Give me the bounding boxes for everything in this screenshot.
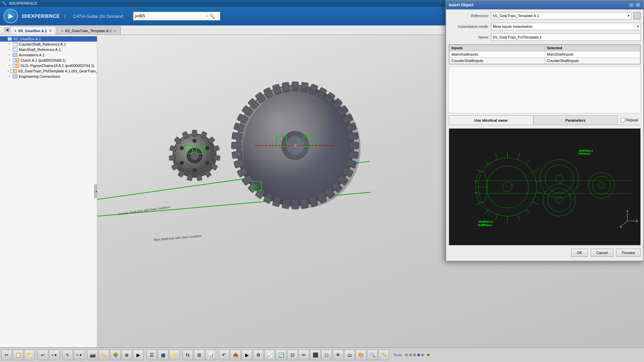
input-cell-1: CounterShaftInputs [449,58,545,64]
search-area[interactable]: ✕ 🔍 [133,12,220,20]
input-cell-0: MainShaftInputs [449,51,545,58]
tree-expand-3[interactable]: + [7,58,11,62]
name-input[interactable] [491,34,641,41]
use-identical-name-tab[interactable]: Use identical name [449,115,533,125]
preview-button[interactable]: Preview [616,249,641,257]
tree-root-item[interactable]: ▼ 6S_GearBox A.1 [0,36,97,42]
dialog-tabs-row: Use identical name Parameters Repeat [449,115,641,125]
toolbar-undo-arrow-button[interactable]: ↩▼ [49,350,60,360]
tree-expand-root[interactable]: ▼ [2,37,6,41]
dot-4[interactable] [421,354,424,356]
svg-line-85 [533,201,538,205]
annotation-main-shaft: Main Shaft Axis with Gear Locations [154,234,202,242]
toolbar-cut-button[interactable]: ✂ [1,350,12,360]
logo-area: ▶ [3,9,18,23]
toolbar-panel-button[interactable]: ▦ [158,350,168,360]
table-row[interactable]: MainShaftInputs MainShaftInputs [449,51,640,58]
tree-expand-5[interactable]: + [7,69,9,73]
toolbar-view-button[interactable]: 👁 [333,350,343,360]
toolbar-table-button[interactable]: ⊞ [194,350,205,360]
instantiation-select[interactable]: Meta inputs instantiation [491,23,641,30]
toolbar-axis-button[interactable]: ⊕ [121,350,132,360]
tree-item-0[interactable]: + CounterShaft_Reference A.1 [5,42,97,47]
toolbar-more-dots-arrow[interactable]: ▼ [426,352,431,358]
svg-text:ShaftPlane.1: ShaftPlane.1 [478,224,492,227]
toolbar-select-arrow-button[interactable]: ↖▼ [74,350,85,360]
toolbar-paste-button[interactable]: 📁 [24,350,35,360]
tree-expand-4[interactable]: + [7,64,11,68]
tree-item-2[interactable]: + Annotations A.1 [5,52,97,58]
toolbar-ruler-button[interactable]: 📏 [378,350,389,360]
toolbar-copy-button[interactable]: 📋 [13,350,23,360]
toolbar-sketch-button[interactable]: ✏ [299,350,309,360]
tree-item-4[interactable]: + GLD- PignonChaine18 A.1 (prd000003744.… [5,63,97,68]
search-icon[interactable]: 🔍 [209,13,215,19]
toolbar-zoom-button[interactable]: 🔍 [367,350,378,360]
toolbar-list-button[interactable]: ☰ [146,350,157,360]
reference-select-wrapper[interactable]: 6S_GearTrain_Template A.1 [491,12,631,19]
dot-3[interactable] [417,354,420,356]
inputs-col-header: Inputs [449,45,545,51]
dialog-close-button[interactable]: ✕ [635,3,641,7]
toolbar-report-button[interactable]: 📊 [205,350,216,360]
toolbar-more-button[interactable]: ⚙ [253,350,264,360]
tree-item-1[interactable]: + MainShaft_Reference A.1 [5,47,97,52]
tab-gearbox[interactable]: ● 6S_GearBox A.1 ✕ [10,26,56,35]
toolbar-wire-button[interactable]: ◻ [321,350,332,360]
toolbar-tree-button[interactable]: 🌳 [110,350,121,360]
parameters-tab[interactable]: Parameters [533,115,618,125]
tree-item-3[interactable]: + Clutch A.1 (prd00015568.1) [5,58,97,63]
instantiation-select-wrapper[interactable]: Meta inputs instantiation [491,23,641,30]
reference-browse-button[interactable]: … [633,12,641,19]
tools-label: Tools [393,353,402,357]
dialog-help-button[interactable]: ? [629,3,634,7]
tree-icon-1 [13,48,17,52]
toolbar-grid-button[interactable]: ⊡ [287,350,298,360]
repeat-check[interactable]: Repeat [618,115,641,125]
tab-gearbox-close[interactable]: ✕ [49,29,52,33]
dot-1[interactable] [409,354,412,356]
dialog-titlebar[interactable]: Insert Object ? ✕ [446,1,643,9]
reference-select[interactable]: 6S_GearTrain_Template A.1 [491,12,631,19]
toolbar-back-button[interactable]: ↶ [219,350,229,360]
tab-geartrain-close[interactable]: ✕ [114,29,116,33]
dot-2[interactable] [413,354,416,356]
tree-expand-6[interactable]: + [7,74,11,78]
tree-label-6: Engineering Connections [19,74,60,78]
bottom-toolbar: ✂ 📋 📁 ↩ ↩▼ ↖ ↖▼ 📷 📐 🌳 ⊕ ▶ ☰ ▦ ⭐ fx ⊞ 📊 ↶… [0,347,644,362]
tab-geartrain-icon: ● [61,29,63,33]
search-input[interactable] [135,14,205,18]
toolbar-formula-button[interactable]: fx [182,350,193,360]
tree-collapse-button[interactable]: ◀ [94,184,97,198]
svg-point-18 [193,139,197,143]
toolbar-layer-button[interactable]: 🗂 [344,350,355,360]
toolbar-play2-button[interactable]: ▶ [241,350,252,360]
tree-expand-1[interactable]: + [7,48,11,52]
toolbar-measure-button[interactable]: 📐 [99,350,109,360]
tab-geartrain[interactable]: ● 6S_GearTrain_Template A.1 ✕ [57,26,120,35]
repeat-checkbox[interactable] [621,118,625,122]
toolbar-snap-button[interactable]: 📷 [87,350,98,360]
toolbar-export-button[interactable]: 📤 [230,350,241,360]
tree-item-5[interactable]: + 6S_GearTrain_PrdTemplate A.1 (6S_GearT… [5,68,97,74]
toolbar-select-button[interactable]: ↖ [62,350,73,360]
cancel-button[interactable]: Cancel [591,249,613,257]
clear-search-icon[interactable]: ✕ [205,14,208,18]
table-row[interactable]: CounterShaftInputs CounterShaftInputs [449,58,640,64]
toolbar-chart-button[interactable]: 📈 [264,350,275,360]
toolbar-refresh-button[interactable]: 🔄 [276,350,286,360]
tree-label-5: 6S_GearTrain_PrdTemplate A.1 (6S_GearTra… [18,69,97,73]
tree-expand-2[interactable]: + [7,53,11,57]
toolbar-play-button[interactable]: ▶ [133,350,144,360]
tree-expand-0[interactable]: + [7,42,11,46]
toolbar-undo-button[interactable]: ↩ [38,350,48,360]
ok-button[interactable]: OK [571,249,588,257]
toolbar-material-button[interactable]: 🎨 [356,350,366,360]
tree-item-6[interactable]: + Engineering Connections [5,74,97,79]
toolbar-star-button[interactable]: ⭐ [169,350,180,360]
dot-0[interactable] [405,354,408,356]
tree-label-1: MainShaft_Reference A.1 [19,48,61,52]
tab-geartrain-label: 6S_GearTrain_Template A.1 [65,29,111,33]
tree-panel-arrow[interactable]: ◀ [5,27,9,32]
toolbar-solid-button[interactable]: ⬛ [310,350,321,360]
